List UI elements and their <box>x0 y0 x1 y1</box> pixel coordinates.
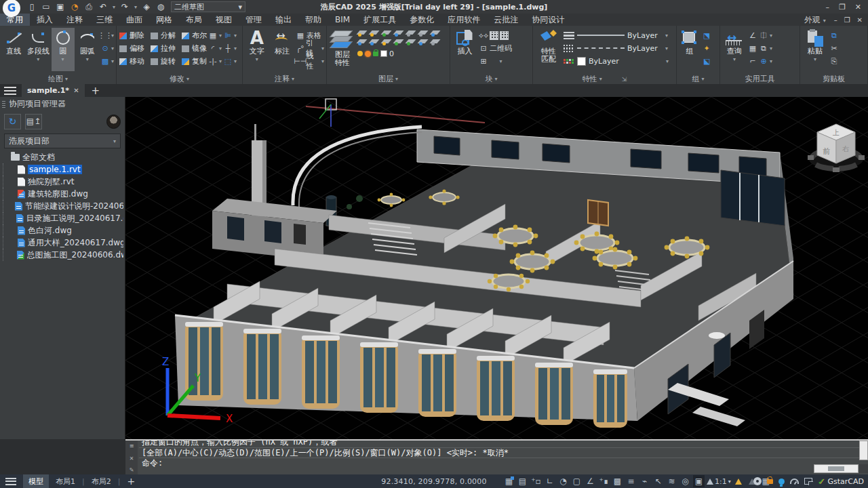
command-prompt[interactable]: 命令: <box>139 458 868 468</box>
viewcube-right-label[interactable]: 右 <box>842 145 849 152</box>
doc-minimize-button[interactable]: – <box>834 16 837 24</box>
calculator-icon[interactable]: ▦ <box>748 44 757 53</box>
layer-off-icon[interactable] <box>357 29 368 37</box>
paste-tool[interactable]: 粘贴▾ <box>802 28 828 71</box>
tab-3d[interactable]: 三维 <box>90 14 119 26</box>
layer-copy-icon[interactable] <box>431 38 441 45</box>
layer-properties-tool[interactable]: 图层特性 <box>329 28 356 71</box>
ortho-toggle-icon[interactable]: ∟ <box>544 475 555 487</box>
panel-label-annotate[interactable]: 注释▾ <box>243 74 326 84</box>
doc-restore-button[interactable]: ❐ <box>844 16 850 24</box>
tab-output[interactable]: 输出 <box>269 14 298 26</box>
panel-label-draw[interactable]: 绘图▾ <box>0 74 116 84</box>
scale-tool-icon[interactable]: ⬚ <box>223 57 233 66</box>
group-edit-icon[interactable]: ✦ <box>702 44 711 53</box>
workspace-select[interactable]: 二维草图 ▾ <box>171 1 245 12</box>
sync-button[interactable]: ↻ <box>4 114 21 129</box>
redo-icon[interactable]: ↷ <box>120 2 130 12</box>
linetype-dropdown[interactable]: ByLayer▾ <box>564 42 669 54</box>
save-icon[interactable]: ▣ <box>56 2 65 12</box>
lineweight-dropdown[interactable]: ByLayer▾ <box>564 29 669 41</box>
insert-block-tool[interactable]: 插入 <box>452 28 477 71</box>
tree-file-row[interactable]: 目录施工说明_20240617.dwg <box>3 212 123 224</box>
undo-caret-icon[interactable]: ▾ <box>113 4 115 10</box>
point-tool-icon[interactable]: ⋮⋮ <box>100 31 110 40</box>
copy-clip-icon[interactable]: ⧉ <box>829 31 839 40</box>
layer-unlock-icon[interactable] <box>382 29 392 37</box>
tab-collaboration[interactable]: 协同设计 <box>525 14 571 26</box>
ungroup-icon[interactable]: ⬔ <box>702 31 711 40</box>
command-horizontal-scrollbar[interactable] <box>814 464 859 473</box>
user-avatar[interactable] <box>106 115 121 129</box>
linear-dim-tool-icon[interactable]: ⊢⊣ <box>296 57 305 66</box>
tab-layout2[interactable]: 布局2 <box>86 474 117 488</box>
dimension-tool[interactable]: 标注 <box>270 28 294 71</box>
layer-thaw-icon[interactable] <box>394 38 404 45</box>
redo-caret-icon[interactable]: ▾ <box>134 4 137 10</box>
app-logo-icon[interactable]: G <box>3 0 20 17</box>
tab-express[interactable]: 扩展工具 <box>357 14 403 26</box>
tab-bim[interactable]: BIM <box>328 14 357 26</box>
settings-gear-icon[interactable] <box>753 477 762 485</box>
panel-label-properties[interactable]: 特性▾⇲ <box>533 74 676 84</box>
lineweight-display-icon[interactable]: ≡ <box>625 475 637 487</box>
tab-surface[interactable]: 曲面 <box>119 14 149 26</box>
command-vertical-scrollbar[interactable] <box>859 441 868 460</box>
erase-tool[interactable]: 删除 <box>119 29 144 42</box>
tab-manage[interactable]: 管理 <box>239 14 269 26</box>
break-tool-icon[interactable]: -|- <box>208 57 218 66</box>
close-button[interactable]: ✕ <box>855 3 861 12</box>
clean-screen-icon[interactable] <box>804 478 812 485</box>
array-tool-icon[interactable]: ▦ <box>208 31 218 40</box>
object-snap-icon[interactable]: ▢ <box>571 475 583 487</box>
fillet-tool-icon[interactable]: ◜ <box>208 44 218 53</box>
group-tool[interactable]: 组 <box>679 28 701 71</box>
panel-label-clipboard[interactable]: 剪贴板 <box>800 74 867 84</box>
polar-tracking-icon[interactable]: ◔ <box>557 475 569 487</box>
layer-merge-icon[interactable] <box>406 29 416 37</box>
quick-select-icon[interactable]: ⊕ <box>759 57 768 66</box>
panel-label-layers[interactable]: 图层▾ <box>327 74 450 84</box>
corner-measure-icon[interactable]: ⌐ <box>748 57 757 66</box>
annotation-scale-control[interactable]: 1:1 ▾ <box>707 477 731 486</box>
annotation-auto-icon[interactable] <box>733 475 745 487</box>
command-grip-icon[interactable]: ≡ <box>130 442 134 449</box>
panel-label-group[interactable]: 组▾ <box>677 74 719 84</box>
tab-mesh[interactable]: 网格 <box>149 14 179 26</box>
layer-on-icon[interactable] <box>357 38 368 45</box>
tree-file-row[interactable]: 通用大样_20240617.dwg <box>3 237 123 249</box>
qrcode-icon-2[interactable] <box>500 31 509 40</box>
layers-quick-icon[interactable]: ◈ <box>142 2 151 12</box>
trim-tool-icon[interactable]: ┼ <box>223 44 233 53</box>
move-tool[interactable]: 移动 <box>119 55 144 68</box>
new-file-icon[interactable]: ▯ <box>27 2 37 12</box>
viewcube-front-label[interactable]: 前 <box>823 147 831 156</box>
viewcube-top-label[interactable]: 上 <box>832 129 840 136</box>
copy-base-icon[interactable]: ⎘ <box>829 57 839 66</box>
open-folder-icon[interactable]: ▭ <box>41 2 51 12</box>
tab-insert[interactable]: 插入 <box>30 14 60 26</box>
print-icon[interactable]: ⎙ <box>84 2 94 12</box>
polyline-tool[interactable]: 多段线▾ <box>26 28 50 71</box>
block-edit-icon[interactable]: ⊡ <box>479 44 488 53</box>
arc-tool[interactable]: 圆弧▾ <box>76 28 99 71</box>
snap-mode-icon[interactable]: ⁺▫ <box>530 475 542 487</box>
tree-file-row[interactable]: sample.1.rvt <box>3 163 123 176</box>
layer-isolate-status-icon[interactable]: ≋ <box>666 475 677 487</box>
tree-file-row[interactable]: 独院别墅.rvt <box>3 176 123 188</box>
layer-unisolate-icon[interactable] <box>370 38 380 45</box>
list-tool-icon[interactable]: ⧉ <box>759 44 768 53</box>
tree-root-folder[interactable]: 全部文档 <box>3 151 123 163</box>
tab-help[interactable]: 帮助 <box>298 14 328 26</box>
new-layout-button[interactable]: + <box>121 476 140 487</box>
plot-icon[interactable]: ◔ <box>70 2 79 12</box>
block-attribute-icon[interactable]: ⟡⟡ <box>479 31 488 40</box>
leader-tool-icon[interactable]: ╭° <box>296 44 304 53</box>
drawing-viewport[interactable]: 上 前 右 Z Y X <box>125 97 868 439</box>
table-tool-icon[interactable]: ▦ <box>296 31 305 40</box>
layer-restore-icon[interactable] <box>406 38 416 45</box>
layer-isolate-icon[interactable] <box>370 29 380 37</box>
layer-lock-icon[interactable] <box>382 38 392 45</box>
stretch-tool[interactable]: 拉伸 <box>150 42 176 55</box>
tab-layout[interactable]: 布局 <box>179 14 209 26</box>
